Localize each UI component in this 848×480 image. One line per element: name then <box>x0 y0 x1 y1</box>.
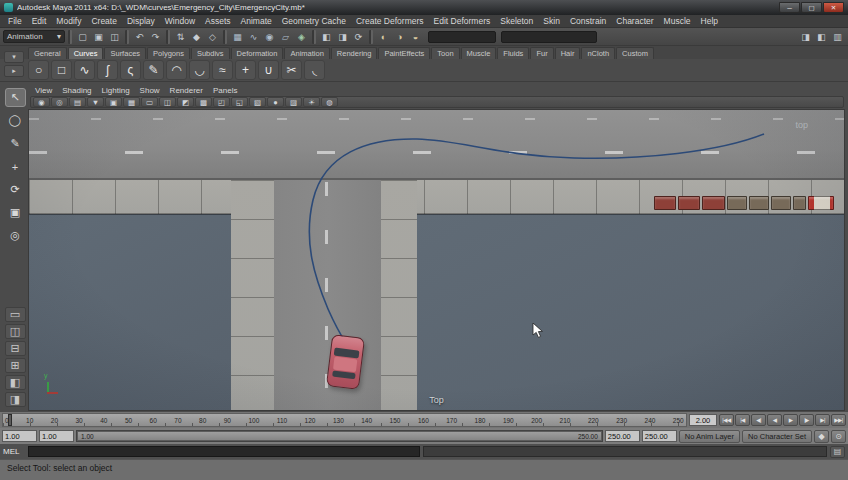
playback-start-field[interactable]: 1.00 <box>39 430 74 442</box>
menu-item[interactable]: Edit Deformers <box>429 16 496 26</box>
van[interactable] <box>808 196 834 210</box>
shelf-menu-button[interactable]: ▸ <box>4 65 24 77</box>
render-current-frame-icon[interactable]: ◐ <box>376 29 391 44</box>
play-forwards-button[interactable]: ▶ <box>783 414 798 426</box>
viewport-panel[interactable]: y Top top <box>28 109 845 411</box>
menu-item[interactable]: Geometry Cache <box>277 16 351 26</box>
train-car[interactable] <box>678 196 700 210</box>
minimize-button[interactable]: ─ <box>779 2 800 13</box>
menu-item[interactable]: Muscle <box>659 16 696 26</box>
bookmark-icon[interactable]: ▼ <box>87 97 104 107</box>
detach-curves-icon[interactable]: ✂ <box>281 60 302 80</box>
go-to-end-button[interactable]: ▶▶| <box>831 414 846 426</box>
panel-menu-item[interactable]: Renderer <box>165 86 208 95</box>
menu-item[interactable]: Create <box>86 16 122 26</box>
two-pane-side-layout[interactable]: ◫ <box>5 324 26 339</box>
range-slider-track[interactable]: 1.00 250.00 <box>76 430 603 442</box>
select-by-component-icon[interactable]: ◇ <box>205 29 220 44</box>
shelf-tab[interactable]: Fur <box>530 47 553 59</box>
shelf-tab[interactable]: Hair <box>555 47 581 59</box>
time-slider[interactable]: 0102030405060708090100110120130140150160… <box>2 413 687 427</box>
grid-icon[interactable]: ▦ <box>123 97 140 107</box>
construction-history-icon[interactable]: ⟳ <box>351 29 366 44</box>
shelf-tab[interactable]: Toon <box>431 47 459 59</box>
two-pane-stacked-layout[interactable]: ⊟ <box>5 341 26 356</box>
auto-keyframe-icon[interactable]: ◆ <box>814 430 829 443</box>
character-set-button[interactable]: No Character Set <box>742 430 812 443</box>
menu-item[interactable]: Display <box>122 16 160 26</box>
universal-manipulator-tool[interactable]: ◎ <box>5 226 26 245</box>
paint-selection-tool[interactable]: ✎ <box>5 134 26 153</box>
outliner-persp-layout[interactable]: ◨ <box>5 392 26 407</box>
menu-item[interactable]: Skeleton <box>495 16 538 26</box>
insert-knot-icon[interactable]: + <box>235 60 256 80</box>
shelf-tab[interactable]: General <box>28 47 67 59</box>
shelf-tab[interactable]: nCloth <box>581 47 615 59</box>
range-slider-handle[interactable]: 1.00 250.00 <box>78 432 601 440</box>
open-scene-icon[interactable]: ▣ <box>91 29 106 44</box>
menu-item[interactable]: Create Deformers <box>351 16 429 26</box>
command-input-field[interactable] <box>28 446 420 457</box>
lasso-tool[interactable]: ◯ <box>5 111 26 130</box>
snap-to-grid-icon[interactable]: ▦ <box>230 29 245 44</box>
select-by-hierarchy-icon[interactable]: ⇅ <box>173 29 188 44</box>
animation-start-field[interactable]: 1.00 <box>2 430 37 442</box>
input-connections-icon[interactable]: ◧ <box>319 29 334 44</box>
ep-curve-tool-icon[interactable]: ʃ <box>97 60 118 80</box>
undo-icon[interactable]: ↶ <box>132 29 147 44</box>
menu-item[interactable]: Animate <box>236 16 277 26</box>
menu-item[interactable]: Help <box>696 16 723 26</box>
two-point-arc-icon[interactable]: ◡ <box>189 60 210 80</box>
shelf-tab[interactable]: Custom <box>616 47 654 59</box>
attach-curves-icon[interactable]: ∪ <box>258 60 279 80</box>
camera-attributes-icon[interactable]: ▤ <box>69 97 86 107</box>
three-point-arc-icon[interactable]: ◠ <box>166 60 187 80</box>
animation-preferences-icon[interactable]: ⊙ <box>831 430 846 443</box>
menu-item[interactable]: Skin <box>538 16 565 26</box>
shelf-tab[interactable]: Subdivs <box>191 47 230 59</box>
script-editor-icon[interactable]: ▤ <box>830 446 845 458</box>
cv-curve-tool-icon[interactable]: ∿ <box>74 60 95 80</box>
quick-select-field[interactable] <box>428 31 496 43</box>
offset-curve-icon[interactable]: ≈ <box>212 60 233 80</box>
step-forward-key-button[interactable]: |▶ <box>799 414 814 426</box>
curve-fillet-icon[interactable]: ◟ <box>304 60 325 80</box>
rotate-tool[interactable]: ⟳ <box>5 180 26 199</box>
bezier-curve-tool-icon[interactable]: ς <box>120 60 141 80</box>
trailer[interactable] <box>727 196 747 210</box>
save-scene-icon[interactable]: ◫ <box>107 29 122 44</box>
shelf-tab[interactable]: Curves <box>68 47 104 59</box>
menu-item[interactable]: Constrain <box>565 16 611 26</box>
three-pane-layout[interactable]: ◧ <box>5 375 26 390</box>
snap-to-plane-icon[interactable]: ▱ <box>278 29 293 44</box>
new-scene-icon[interactable]: ▢ <box>75 29 90 44</box>
shaded-icon[interactable]: ● <box>267 97 284 107</box>
safe-title-icon[interactable]: ◱ <box>231 97 248 107</box>
shelf-tab[interactable]: Fluids <box>497 47 529 59</box>
panel-menu-item[interactable]: Lighting <box>97 86 135 95</box>
nurbs-circle-icon[interactable]: ○ <box>28 60 49 80</box>
train-car[interactable] <box>654 196 676 210</box>
render-settings-icon[interactable]: ◒ <box>408 29 423 44</box>
shelf-tab[interactable]: Animation <box>284 47 329 59</box>
wireframe-icon[interactable]: ▧ <box>249 97 266 107</box>
panel-menu-item[interactable]: Panels <box>208 86 242 95</box>
textured-icon[interactable]: ▨ <box>285 97 302 107</box>
lights-icon[interactable]: ☀ <box>303 97 320 107</box>
panel-menu-item[interactable]: Shading <box>57 86 96 95</box>
play-backwards-button[interactable]: ◀ <box>767 414 782 426</box>
shelf-tab[interactable]: Deformation <box>231 47 284 59</box>
panel-menu-item[interactable]: View <box>30 86 57 95</box>
redo-icon[interactable]: ↷ <box>148 29 163 44</box>
select-camera-icon[interactable]: ◉ <box>33 97 50 107</box>
train-car[interactable] <box>702 196 725 210</box>
image-plane-icon[interactable]: ▣ <box>105 97 122 107</box>
ipr-render-icon[interactable]: ◑ <box>392 29 407 44</box>
shelf-tab[interactable]: Muscle <box>461 47 497 59</box>
toggle-tool-settings-icon[interactable]: ◧ <box>814 29 829 44</box>
step-back-frame-button[interactable]: |◀ <box>735 414 750 426</box>
toggle-channel-box-icon[interactable]: ▥ <box>830 29 845 44</box>
shelf-tab[interactable]: Surfaces <box>104 47 146 59</box>
select-tool[interactable]: ↖ <box>5 88 26 107</box>
output-connections-icon[interactable]: ◨ <box>335 29 350 44</box>
